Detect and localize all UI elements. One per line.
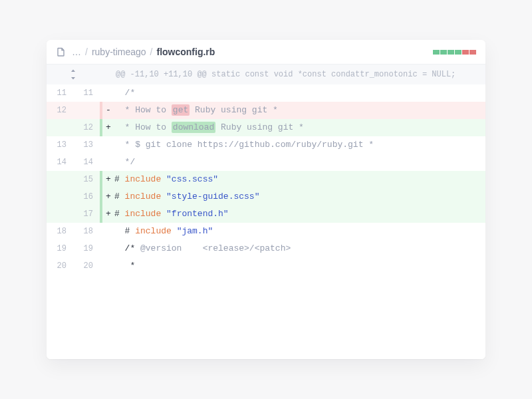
line-number-new xyxy=(73,102,100,119)
diff-sign xyxy=(102,223,114,240)
line-number-new: 20 xyxy=(73,257,100,275)
file-icon xyxy=(56,47,66,57)
diff-sign xyxy=(102,154,114,171)
diff-line[interactable]: 1919 /* @version <release>/<patch> xyxy=(47,240,485,257)
line-number-old: 13 xyxy=(47,136,73,154)
diff-line[interactable]: 1414 */ xyxy=(47,154,485,171)
breadcrumb-ellipsis: … xyxy=(72,47,81,57)
diff-content: /* @version <release>/<patch> xyxy=(114,240,485,257)
diff-content: * How to download Ruby using git * xyxy=(114,119,485,136)
diff-content: # include "jam.h" xyxy=(114,223,485,240)
line-number-new: 14 xyxy=(73,154,100,171)
diff-content: * How to get Ruby using git * xyxy=(114,102,485,119)
diff-sign: + xyxy=(102,171,114,188)
line-number-new: 18 xyxy=(73,223,100,240)
expand-icon xyxy=(69,68,77,80)
diff-line[interactable]: 1313 * $ git clone https://github.com/ru… xyxy=(47,136,485,154)
diff-line[interactable]: 2020 * xyxy=(47,257,485,275)
diff-line[interactable]: 1111 /* xyxy=(47,84,485,102)
line-number-old xyxy=(47,188,73,205)
breadcrumb-dir: ruby-timeago xyxy=(92,47,146,57)
breadcrumb-sep: / xyxy=(85,47,88,57)
diff-content: */ xyxy=(114,154,485,171)
diff-stat-bar xyxy=(462,50,469,55)
file-header: … / ruby-timeago / flowconfig.rb xyxy=(47,40,485,65)
line-number-old: 12 xyxy=(47,102,73,119)
line-number-new: 16 xyxy=(73,188,100,205)
line-number-old: 11 xyxy=(47,84,73,102)
diff-stat-bar xyxy=(433,50,440,55)
diff-content: * $ git clone https://github.com/ruby/ru… xyxy=(114,136,485,154)
diff-stat-bar xyxy=(469,50,476,55)
diff-empty-area xyxy=(47,275,485,359)
diff-sign: + xyxy=(102,188,114,205)
line-number-new: 17 xyxy=(73,205,100,223)
breadcrumb-sep: / xyxy=(150,47,153,57)
line-number-old xyxy=(47,171,73,188)
diff-stat-bars xyxy=(433,50,476,55)
line-number-old xyxy=(47,119,73,136)
diff-line[interactable]: 15+# include "css.scss" xyxy=(47,171,485,188)
diff-line[interactable]: 12- * How to get Ruby using git * xyxy=(47,102,485,119)
line-number-new: 13 xyxy=(73,136,100,154)
diff-stat-bar xyxy=(448,50,454,55)
line-number-new: 12 xyxy=(73,119,100,136)
hunk-header-row: @@ -11,10 +11,10 @@ static const void *c… xyxy=(47,65,485,84)
diff-line[interactable]: 12+ * How to download Ruby using git * xyxy=(47,119,485,136)
diff-sign xyxy=(102,136,114,154)
breadcrumb[interactable]: … / ruby-timeago / flowconfig.rb xyxy=(72,47,215,57)
diff-line[interactable]: 17+# include "frontend.h" xyxy=(47,205,485,223)
line-number-new: 15 xyxy=(73,171,100,188)
diff-content: /* xyxy=(114,84,485,102)
hunk-header-text: @@ -11,10 +11,10 @@ static const void *c… xyxy=(100,70,456,79)
diff-content: # include "css.scss" xyxy=(114,171,485,188)
line-number-old: 20 xyxy=(47,257,73,275)
diff-stat-bar xyxy=(440,50,447,55)
line-number-old: 18 xyxy=(47,223,73,240)
expand-hunk-button[interactable] xyxy=(47,68,100,80)
line-number-old: 19 xyxy=(47,240,73,257)
diff-line[interactable]: 16+# include "style-guide.scss" xyxy=(47,188,485,205)
diff-sign: - xyxy=(102,102,114,119)
diff-sign: + xyxy=(102,119,114,136)
line-number-old: 14 xyxy=(47,154,73,171)
diff-code: 1111 /*12- * How to get Ruby using git *… xyxy=(47,84,485,275)
diff-content: # include "frontend.h" xyxy=(114,205,485,223)
diff-content: # include "style-guide.scss" xyxy=(114,188,485,205)
diff-line[interactable]: 1818 # include "jam.h" xyxy=(47,223,485,240)
diff-panel: … / ruby-timeago / flowconfig.rb @@ -11,… xyxy=(47,40,485,359)
diff-sign xyxy=(102,240,114,257)
diff-sign: + xyxy=(102,205,114,223)
line-number-old xyxy=(47,205,73,223)
diff-sign xyxy=(102,84,114,102)
breadcrumb-file: flowconfig.rb xyxy=(156,47,215,57)
diff-sign xyxy=(102,257,114,275)
line-number-new: 19 xyxy=(73,240,100,257)
diff-content: * xyxy=(114,257,485,275)
diff-stat-bar xyxy=(455,50,462,55)
line-number-new: 11 xyxy=(73,84,100,102)
